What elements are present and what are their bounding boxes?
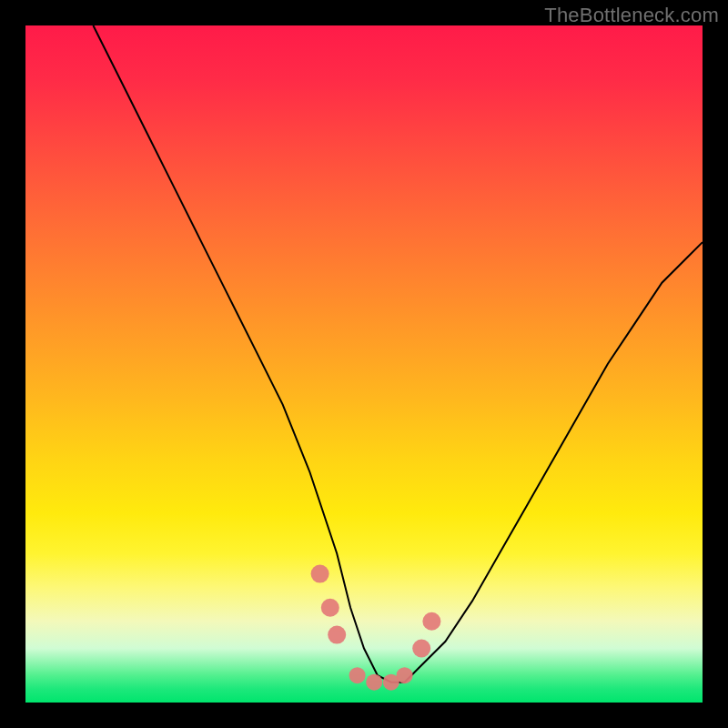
plot-area — [25, 25, 703, 703]
marker-trough-b — [366, 674, 382, 691]
marker-right-cluster-b — [422, 612, 440, 631]
marker-trough-a — [349, 667, 366, 683]
watermark-text: TheBottleneck.com — [544, 4, 719, 27]
marker-right-cluster-a — [412, 640, 430, 658]
bottleneck-curve — [93, 25, 703, 682]
chart-frame: TheBottleneck.com — [0, 0, 728, 728]
marker-left-cluster-c — [328, 626, 346, 644]
marker-left-cluster-b — [321, 599, 339, 617]
marker-trough-d — [397, 667, 413, 683]
marker-left-cluster-a — [311, 565, 329, 583]
curve-layer — [25, 25, 703, 703]
